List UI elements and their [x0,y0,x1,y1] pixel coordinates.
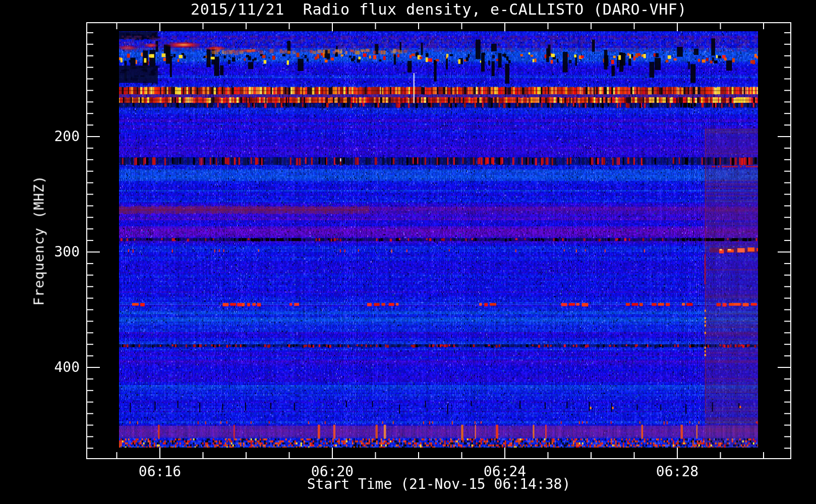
plot-title: 2015/11/21 Radio flux density, e-CALLIST… [87,1,791,18]
y-tick-label: 200 [29,128,80,145]
x-tick-label: 06:20 [311,463,354,480]
y-tick-label: 300 [29,243,80,260]
spectrogram-canvas [0,0,816,504]
x-tick-label: 06:24 [484,463,526,480]
x-tick-label: 06:28 [656,463,698,480]
y-tick-label: 400 [29,359,80,375]
spectrogram-page: 2015/11/21 Radio flux density, e-CALLIST… [0,0,816,504]
x-tick-label: 06:16 [139,463,181,480]
y-axis-label: Frequency (MHZ) [31,175,47,306]
